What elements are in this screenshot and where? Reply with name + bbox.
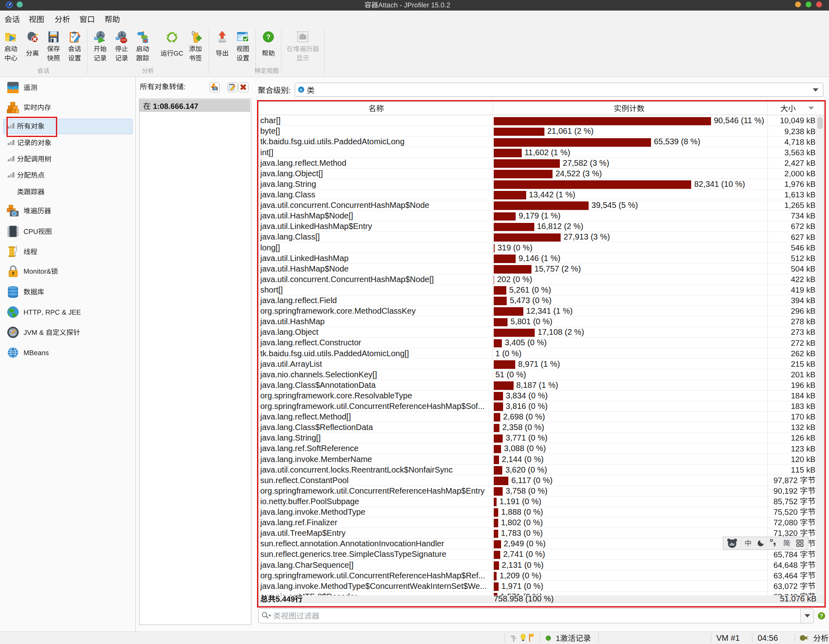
svg-text:?: ? (266, 33, 270, 41)
svg-text:?: ? (820, 613, 823, 619)
svg-text:c: c (300, 87, 302, 92)
svg-text:STOP: STOP (121, 39, 126, 41)
svg-text:du: du (730, 541, 735, 546)
